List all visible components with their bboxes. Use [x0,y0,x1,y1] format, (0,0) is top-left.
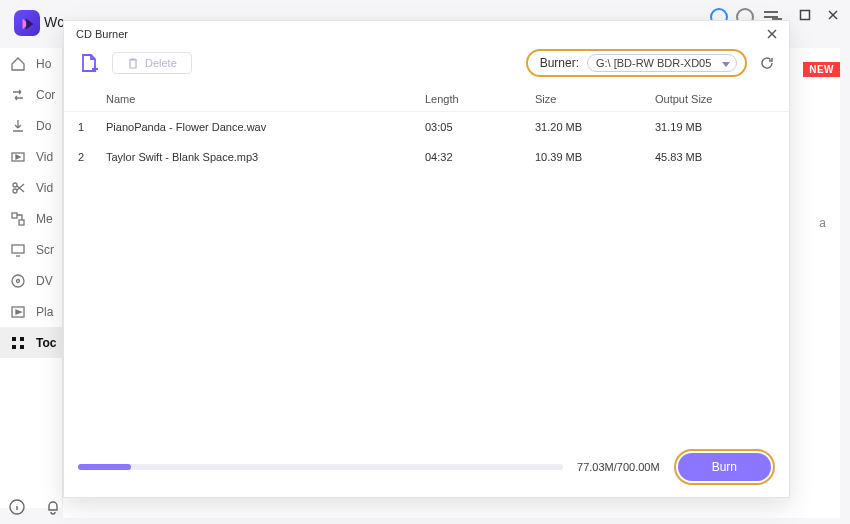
row-length: 04:32 [425,151,535,163]
sidebar-item-label: Scr [36,243,54,257]
burner-label: Burner: [540,56,579,70]
svg-point-8 [13,183,17,187]
burn-button-wrap: Burn [674,449,775,485]
modal-title: CD Burner [76,28,128,40]
merge-icon [10,211,26,227]
sidebar-item-label: Vid [36,181,53,195]
svg-rect-18 [12,345,16,349]
table-header: Name Length Size Output Size [64,87,789,112]
row-name: PianoPanda - Flower Dance.wav [106,121,425,133]
row-length: 03:05 [425,121,535,133]
new-badge: NEW [803,62,840,77]
sidebar-item-player[interactable]: Pla [0,296,62,327]
sidebar-item-label: Pla [36,305,53,319]
app-logo [14,10,40,36]
modal-toolbar: Delete Burner: G:\ [BD-RW BDR-XD05 [64,45,789,87]
sidebar-item-label: Toc [36,336,56,350]
svg-rect-10 [12,213,17,218]
sidebar-item-toolbox[interactable]: Toc [0,327,62,358]
sidebar-item-label: Ho [36,57,51,71]
disc-icon [10,273,26,289]
burn-label: Burn [712,460,737,474]
home-icon [10,56,26,72]
capacity-text: 77.03M/700.00M [577,461,660,473]
scissors-icon [10,180,26,196]
burner-value: G:\ [BD-RW BDR-XD05 [596,57,711,69]
modal-titlebar: CD Burner [64,21,789,45]
row-size: 31.20 MB [535,121,655,133]
col-output: Output Size [655,93,775,105]
table-row[interactable]: 1 PianoPanda - Flower Dance.wav 03:05 31… [64,112,789,142]
table-row[interactable]: 2 Taylor Swift - Blank Space.mp3 04:32 1… [64,142,789,172]
burner-dropdown[interactable]: G:\ [BD-RW BDR-XD05 [587,54,737,72]
svg-rect-16 [12,337,16,341]
sidebar-item-screen[interactable]: Scr [0,234,62,265]
sidebar-item-video1[interactable]: Vid [0,141,62,172]
row-output: 45.83 MB [655,151,775,163]
col-length: Length [425,93,535,105]
row-size: 10.39 MB [535,151,655,163]
sidebar-item-label: Vid [36,150,53,164]
close-button[interactable] [826,8,840,22]
col-name: Name [106,93,425,105]
screen-icon [10,242,26,258]
app-title: Wc [44,14,64,30]
row-index: 2 [78,151,106,163]
play-icon [10,304,26,320]
delete-label: Delete [145,57,177,69]
maximize-button[interactable] [798,8,812,22]
svg-rect-11 [19,220,24,225]
row-name: Taylor Swift - Blank Space.mp3 [106,151,425,163]
svg-rect-12 [12,245,24,253]
table-body: 1 PianoPanda - Flower Dance.wav 03:05 31… [64,112,789,412]
sidebar-item-label: Do [36,119,51,133]
svg-rect-1 [801,11,810,20]
capacity-progress-fill [78,464,131,470]
svg-rect-19 [20,345,24,349]
sidebar-item-label: DV [36,274,53,288]
download-icon [10,118,26,134]
sidebar-item-label: Cor [36,88,55,102]
sidebar-item-merger[interactable]: Me [0,203,62,234]
col-size: Size [535,93,655,105]
convert-icon [10,87,26,103]
sidebar-item-downloader[interactable]: Do [0,110,62,141]
svg-point-13 [12,275,24,287]
trash-icon [127,57,139,69]
row-output: 31.19 MB [655,121,775,133]
video-icon [10,149,26,165]
modal-footer: 77.03M/700.00M Burn [68,441,785,493]
sidebar-item-dvd[interactable]: DV [0,265,62,296]
bg-char: a [810,216,826,230]
refresh-button[interactable] [759,55,775,71]
bell-icon[interactable] [44,498,62,516]
sidebar: Ho Cor Do Vid Vid Me Scr DV Pla Toc [0,48,63,508]
capacity-progress [78,464,563,470]
delete-button[interactable]: Delete [112,52,192,74]
burner-selector-wrap: Burner: G:\ [BD-RW BDR-XD05 [526,49,747,77]
svg-point-9 [13,189,17,193]
sidebar-item-converter[interactable]: Cor [0,79,62,110]
add-file-button[interactable] [78,52,100,74]
svg-rect-17 [20,337,24,341]
info-icon[interactable] [8,498,26,516]
sidebar-item-video-edit[interactable]: Vid [0,172,62,203]
svg-point-14 [17,279,20,282]
cd-burner-modal: CD Burner Delete Burner: G:\ [BD-RW BDR-… [63,20,790,498]
modal-close-button[interactable] [765,27,779,41]
sidebar-item-home[interactable]: Ho [0,48,62,79]
sidebar-item-label: Me [36,212,53,226]
row-index: 1 [78,121,106,133]
burn-button[interactable]: Burn [678,453,771,481]
grid-icon [10,335,26,351]
